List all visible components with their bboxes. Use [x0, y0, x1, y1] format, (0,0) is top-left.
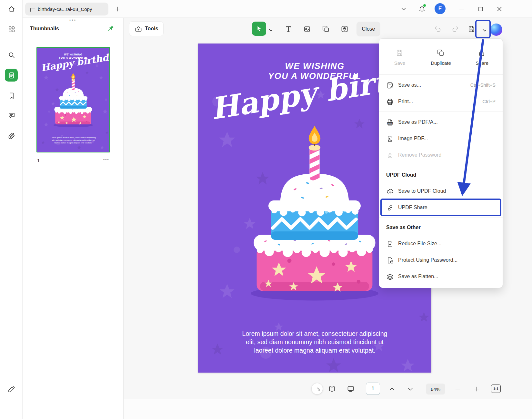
location-tool-button[interactable] — [338, 22, 351, 35]
minus-icon — [454, 385, 461, 392]
duplicate-icon — [437, 49, 445, 57]
menu-item-reduce-file-size[interactable]: Reduce File Size... — [379, 235, 503, 252]
save-as-icon — [386, 82, 393, 89]
page-number-input[interactable] — [366, 383, 380, 395]
protect-password-icon — [386, 257, 393, 264]
menu-save-action[interactable]: Save — [379, 49, 420, 66]
image-tool-icon — [303, 25, 310, 32]
location-tool-icon — [341, 25, 348, 32]
menu-item-protect-using-password[interactable]: Protect Using Password... — [379, 252, 503, 268]
menu-duplicate-action[interactable]: Duplicate — [420, 49, 462, 66]
home-button[interactable] — [5, 2, 18, 15]
thumbnails-panel: ••• Thumbnails WE WISHING YOU A WONDERFU… — [23, 18, 124, 419]
notification-dot — [423, 4, 426, 7]
menu-item-print[interactable]: Print...Ctrl+P — [379, 93, 503, 110]
page-thumbnail-preview: WE WISHING YOU A WONDERFUL Happy birthda… — [37, 48, 109, 150]
zoom-in-button[interactable] — [470, 382, 483, 395]
book-icon — [328, 385, 335, 392]
undo-icon — [434, 25, 441, 32]
select-tool-button[interactable] — [252, 22, 266, 36]
menu-item-save-to-updf-cloud[interactable]: Save to UPDF Cloud — [379, 183, 503, 199]
document-tab-title: birthday-ca...ral-03_Copy — [38, 6, 92, 12]
new-tab-button[interactable] — [111, 2, 124, 15]
select-tool-dropdown[interactable] — [266, 22, 273, 35]
document-tab[interactable]: birthday-ca...ral-03_Copy — [25, 3, 108, 15]
actual-size-button[interactable]: 1:1 — [489, 382, 502, 395]
title-bar: birthday-ca...ral-03_Copy E — [23, 0, 532, 18]
close-window-button[interactable] — [493, 2, 506, 15]
thumbnails-panel-title: Thumbnails — [30, 26, 59, 32]
notifications-button[interactable] — [415, 2, 428, 15]
printer-icon — [386, 98, 393, 105]
save-icon — [467, 25, 475, 32]
link-icon — [386, 204, 393, 211]
menu-divider — [379, 74, 503, 75]
tools-icon — [135, 25, 142, 32]
text-tool-icon — [285, 25, 292, 32]
comments-button[interactable] — [5, 109, 18, 122]
search-button[interactable] — [5, 48, 18, 61]
avatar[interactable]: E — [435, 3, 446, 14]
attachments-button[interactable] — [5, 129, 18, 142]
previous-page-button[interactable] — [385, 382, 398, 395]
menu-item-save-as[interactable]: Save as...Ctrl+Shift+S — [379, 77, 503, 93]
tools-button-label: Tools — [145, 26, 158, 32]
expand-statusbar-button[interactable] — [311, 383, 323, 395]
menu-item-image-pdf[interactable]: Image PDF... — [379, 130, 503, 147]
page-thumbnail[interactable]: WE WISHING YOU A WONDERFUL Happy birthda… — [36, 47, 110, 152]
redo-icon — [451, 25, 458, 32]
redo-button[interactable] — [448, 22, 461, 35]
presentation-icon — [347, 385, 354, 392]
ai-assistant-button[interactable] — [490, 24, 502, 36]
minimize-button[interactable] — [455, 2, 468, 15]
menu-item-updf-share[interactable]: UPDF Share — [379, 199, 503, 216]
menu-item-remove-password[interactable]: Remove Password — [379, 147, 503, 163]
tools-button[interactable]: Tools — [129, 21, 164, 36]
search-icon — [8, 51, 15, 58]
save-dropdown-menu: Save Duplicate Share Save as...Ctrl+Shif… — [379, 39, 503, 288]
comment-icon — [8, 112, 15, 119]
chevron-down-icon — [481, 26, 486, 32]
card-body-text: Lorem ipsum dolor sit amet, consectetuer… — [51, 136, 95, 144]
minimize-icon — [458, 5, 465, 12]
plus-icon — [114, 5, 121, 12]
maximize-button[interactable] — [474, 2, 487, 15]
menu-section-updf-cloud: UPDF Cloud — [379, 167, 503, 183]
apps-grid-icon — [8, 25, 15, 33]
pdfa-icon: PDF/A — [386, 119, 393, 126]
menu-divider — [379, 218, 503, 218]
reading-mode-button[interactable] — [325, 382, 338, 395]
panel-drag-handle[interactable]: ••• — [23, 18, 123, 23]
next-page-button[interactable] — [404, 382, 417, 395]
zoom-out-button[interactable] — [451, 382, 464, 395]
bookmarks-button[interactable] — [5, 89, 18, 102]
cloud-upload-icon — [386, 188, 393, 195]
menu-item-save-as-pdfa[interactable]: PDF/A Save as PDF/A... — [379, 114, 503, 130]
cursor-icon — [256, 25, 263, 32]
pages-tool-button[interactable] — [319, 22, 332, 35]
save-toolbar-button[interactable] — [465, 22, 477, 35]
menu-share-action[interactable]: Share — [461, 49, 503, 66]
apps-button[interactable] — [5, 23, 18, 35]
pages-tool-icon — [322, 25, 329, 32]
app-window: birthday-ca...ral-03_Copy E ••• Thumbnai… — [0, 0, 532, 419]
thumbnail-more-button[interactable]: ••• — [103, 158, 109, 162]
menu-item-save-as-flatten[interactable]: Save as Flatten... — [379, 268, 503, 285]
save-dropdown-button[interactable] — [477, 23, 490, 35]
cake-illustration — [47, 72, 99, 128]
signature-button[interactable] — [5, 382, 18, 395]
chevron-down-icon — [407, 385, 414, 392]
thumbnails-panel-button[interactable] — [5, 69, 18, 82]
image-tool-button[interactable] — [300, 22, 313, 35]
zoom-level[interactable]: 64% — [426, 384, 445, 395]
chevron-right-icon — [315, 386, 320, 391]
undo-button[interactable] — [431, 22, 444, 35]
close-document-button[interactable]: Close — [356, 22, 380, 36]
thumbnails-icon — [8, 72, 15, 79]
cake-illustration — [231, 122, 398, 303]
text-tool-button[interactable] — [282, 22, 295, 35]
more-dropdown-button[interactable] — [397, 2, 410, 15]
presentation-mode-button[interactable] — [344, 382, 357, 395]
pin-panel-button[interactable] — [107, 25, 114, 33]
remove-password-icon — [386, 151, 393, 159]
